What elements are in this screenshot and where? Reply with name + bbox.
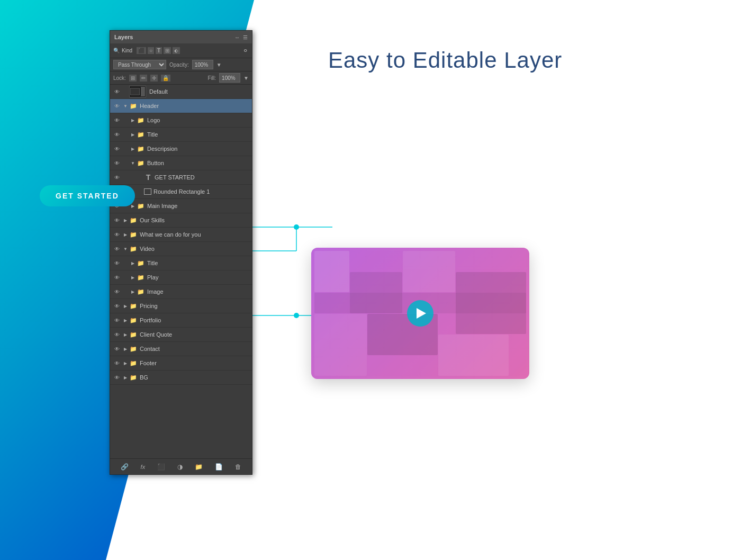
opacity-input[interactable] [192,60,213,69]
layer-item-video-image[interactable]: 👁▶📁Image [110,285,252,299]
play-button[interactable] [407,300,433,327]
layer-expand-video-title[interactable]: ▶ [129,261,137,266]
layer-eye-pricing[interactable]: 👁 [112,303,122,309]
link-icon[interactable]: 🔗 [121,463,129,471]
layer-expand-contact[interactable]: ▶ [122,347,129,351]
layer-expand-footer[interactable]: ▶ [122,361,129,366]
layer-type-icon-header: 📁 [129,103,138,110]
layer-expand-header[interactable]: ▼ [122,104,129,109]
layer-name-rounded-rect: Rounded Rectangle 1 [153,188,250,195]
layer-expand-video[interactable]: ▼ [122,247,129,251]
video-background [311,248,529,379]
layer-expand-video-play[interactable]: ▶ [129,275,137,280]
layer-name-footer: Footer [140,360,250,366]
layer-eye-bg[interactable]: 👁 [112,375,122,381]
cls-block-7 [438,335,509,376]
layer-item-button[interactable]: 👁▼📁Button [110,156,252,170]
layer-eye-footer[interactable]: 👁 [112,360,122,366]
fill-input[interactable] [219,73,240,83]
layer-name-main-image: Main Image [147,203,250,209]
layer-item-video-title[interactable]: 👁▶📁Title [110,256,252,270]
layer-type-icon-rounded-rect [144,188,151,195]
layer-expand-bg[interactable]: ▶ [122,375,129,380]
layer-eye-logo[interactable]: 👁 [112,118,122,123]
filter-icon-1[interactable]: ⬛ [137,47,146,54]
add-mask-icon[interactable]: ⬛ [157,463,165,471]
layer-item-pricing[interactable]: 👁▶📁Pricing [110,299,252,313]
blend-mode-bar: Pass Through Opacity: ▼ [110,58,252,71]
layer-item-default[interactable]: 👁Default [110,85,252,99]
layer-eye-video-play[interactable]: 👁 [112,275,122,281]
layer-item-video[interactable]: 👁▼📁Video [110,242,252,256]
fill-arrow[interactable]: ▼ [243,75,249,81]
lock-icon-4[interactable]: 🔒 [161,75,170,82]
layer-type-icon-logo: 📁 [137,117,145,124]
layer-item-contact[interactable]: 👁▶📁Contact [110,342,252,356]
lock-icon-2[interactable]: ✏ [140,75,147,82]
layer-eye-portfolio[interactable]: 👁 [112,318,122,323]
new-layer-icon[interactable]: 📄 [215,463,223,471]
opacity-arrow[interactable]: ▼ [216,62,222,68]
layer-eye-title[interactable]: 👁 [112,132,122,138]
layer-eye-header[interactable]: 👁 [112,103,122,109]
layer-expand-video-image[interactable]: ▶ [129,290,137,294]
layer-expand-client-quote[interactable]: ▶ [122,332,129,337]
layer-expand-title[interactable]: ▶ [129,132,137,137]
layer-eye-video-image[interactable]: 👁 [112,289,122,295]
lock-icon-1[interactable]: ⊞ [129,75,137,82]
layer-eye-video-title[interactable]: 👁 [112,260,122,266]
layer-item-video-play[interactable]: 👁▶📁Play [110,270,252,285]
layer-item-what-we-can[interactable]: 👁▶📁What we can do for you [110,228,252,242]
group-icon[interactable]: 📁 [195,463,203,471]
filter-icon-5[interactable]: ⬖ [173,47,180,54]
layer-expand-logo[interactable]: ▶ [129,118,137,123]
layer-expand-our-skills[interactable]: ▶ [122,218,129,223]
layer-name-get-started-text: GET STARTED [155,174,250,180]
filter-icon-4[interactable]: ⊞ [164,47,171,54]
layer-item-header[interactable]: 👁▼📁Header [110,99,252,113]
layer-name-bg: BG [140,374,250,381]
layer-expand-portfolio[interactable]: ▶ [122,318,129,323]
layer-name-our-skills: Our Skills [140,217,250,223]
get-started-button[interactable]: GET STARTED [40,185,135,206]
filter-icon-3[interactable]: T [156,47,162,54]
layer-type-icon-title: 📁 [137,131,145,138]
layer-expand-pricing[interactable]: ▶ [122,304,129,309]
layer-expand-description[interactable]: ▶ [129,147,137,151]
layer-eye-button[interactable]: 👁 [112,160,122,166]
layer-item-description[interactable]: 👁▶📁Descripsion [110,142,252,156]
layer-expand-button[interactable]: ▼ [129,161,137,166]
layer-item-portfolio[interactable]: 👁▶📁Portfolio [110,313,252,328]
layer-eye-video[interactable]: 👁 [112,246,122,252]
layer-type-icon-portfolio: 📁 [129,317,138,324]
lock-icon-3[interactable]: ✛ [150,75,158,82]
layer-item-title[interactable]: 👁▶📁Title [110,128,252,142]
layer-eye-description[interactable]: 👁 [112,146,122,152]
layer-eye-client-quote[interactable]: 👁 [112,332,122,338]
search-icon: 🔍 [113,48,120,53]
layer-item-logo[interactable]: 👁▶📁Logo [110,113,252,128]
layer-item-bg[interactable]: 👁▶📁BG [110,371,252,385]
lock-bar: Lock: ⊞ ✏ ✛ 🔒 Fill: ▼ [110,71,252,85]
layer-eye-contact[interactable]: 👁 [112,346,122,352]
layer-item-get-started-text[interactable]: 👁TGET STARTED [110,170,252,185]
layer-item-footer[interactable]: 👁▶📁Footer [110,356,252,371]
layer-eye-what-we-can[interactable]: 👁 [112,232,122,238]
panel-title: Layers [114,34,133,40]
layer-item-client-quote[interactable]: 👁▶📁Client Quote [110,328,252,342]
layer-eye-get-started-text[interactable]: 👁 [112,175,122,180]
filter-icon-2[interactable]: ○ [148,47,154,54]
adjustment-icon[interactable]: ◑ [177,463,183,471]
layer-expand-what-we-can[interactable]: ▶ [122,232,129,237]
delete-icon[interactable]: 🗑 [235,463,241,471]
layer-eye-our-skills[interactable]: 👁 [112,218,122,223]
video-thumbnail [311,248,529,379]
toggle-switch[interactable]: ⚬ [242,46,249,55]
blend-mode-select[interactable]: Pass Through [113,60,166,69]
layer-type-icon-video-image: 📁 [137,288,145,295]
layer-eye-default[interactable]: 👁 [112,89,122,95]
layer-type-icon-our-skills: 📁 [129,217,138,224]
panel-icons: ↔ ☰ [234,34,248,40]
fx-icon[interactable]: fx [141,464,146,470]
layer-item-our-skills[interactable]: 👁▶📁Our Skills [110,213,252,228]
